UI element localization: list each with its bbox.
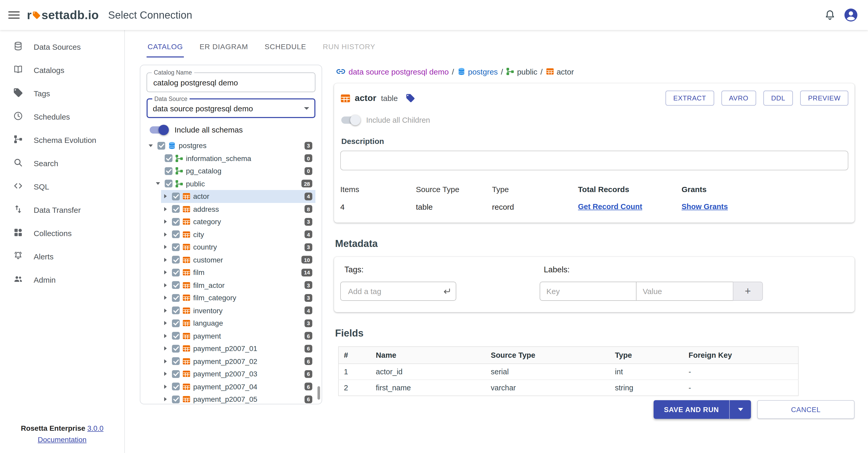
chevron-right-icon[interactable]: [161, 256, 169, 264]
tab-er-diagram[interactable]: ER DIAGRAM: [198, 38, 249, 58]
tree-checkbox[interactable]: [165, 155, 173, 162]
tree-row[interactable]: payment_p2007_04 6: [161, 380, 315, 393]
tree-row[interactable]: payment_p2007_01 6: [161, 342, 315, 355]
sidebar-item-alerts[interactable]: Alerts: [0, 245, 124, 268]
tree-row[interactable]: film 14: [161, 266, 315, 279]
tree-row[interactable]: customer 10: [161, 253, 315, 266]
chevron-right-icon[interactable]: [161, 357, 169, 365]
chevron-right-icon[interactable]: [161, 370, 169, 378]
tree-row[interactable]: language 3: [161, 317, 315, 329]
sidebar-item-data-transfer[interactable]: Data Transfer: [0, 198, 124, 222]
add-tag-input[interactable]: [347, 286, 442, 296]
tree-checkbox[interactable]: [172, 319, 180, 327]
tree-checkbox[interactable]: [172, 218, 180, 226]
avro-button[interactable]: AVRO: [721, 91, 756, 106]
tree-checkbox[interactable]: [172, 383, 180, 391]
cancel-button[interactable]: CANCEL: [757, 400, 855, 419]
tree-checkbox[interactable]: [172, 269, 180, 277]
chevron-right-icon[interactable]: [161, 268, 169, 277]
chevron-right-icon[interactable]: [161, 383, 169, 391]
sidebar-item-search[interactable]: Search: [0, 152, 124, 175]
description-input[interactable]: [340, 151, 848, 170]
tree-checkbox[interactable]: [172, 256, 180, 264]
chevron-right-icon[interactable]: [161, 345, 169, 353]
tree-row[interactable]: payment_p2007_03 6: [161, 367, 315, 380]
sidebar-item-tags[interactable]: Tags: [0, 82, 124, 105]
chevron-right-icon[interactable]: [161, 395, 169, 403]
chevron-right-icon[interactable]: [161, 192, 169, 201]
save-and-run-button[interactable]: SAVE AND RUN: [654, 400, 729, 419]
tree-checkbox[interactable]: [172, 294, 180, 302]
chevron-right-icon[interactable]: [161, 294, 169, 302]
breadcrumb-table[interactable]: actor: [546, 67, 574, 76]
sidebar-item-sql[interactable]: SQL: [0, 175, 124, 198]
tag-icon[interactable]: [405, 93, 415, 103]
tree-checkbox[interactable]: [172, 370, 180, 378]
chevron-right-icon[interactable]: [161, 230, 169, 239]
tree-row[interactable]: public 28: [154, 177, 315, 190]
tree-row[interactable]: category 3: [161, 215, 315, 228]
chevron-right-icon[interactable]: [161, 319, 169, 327]
extract-button[interactable]: EXTRACT: [665, 91, 714, 106]
tree-checkbox[interactable]: [172, 307, 180, 315]
include-all-schemas-toggle[interactable]: [150, 126, 167, 133]
tree-checkbox[interactable]: [172, 193, 180, 200]
tree-row[interactable]: pg_catalog 0: [154, 165, 315, 177]
tab-run-history[interactable]: RUN HISTORY: [322, 38, 376, 58]
tree-checkbox[interactable]: [172, 205, 180, 213]
tree-row[interactable]: payment_p2007_05 6: [161, 393, 315, 405]
tree-row[interactable]: payment_p2007_02 6: [161, 355, 315, 367]
tree-checkbox[interactable]: [172, 357, 180, 365]
chevron-right-icon[interactable]: [161, 332, 169, 340]
preview-button[interactable]: PREVIEW: [800, 91, 848, 106]
add-label-button[interactable]: +: [733, 282, 763, 301]
data-source-select[interactable]: Data Source data source postgresql demo: [147, 98, 315, 118]
tree-checkbox[interactable]: [165, 180, 173, 188]
sidebar-item-schedules[interactable]: Schedules: [0, 105, 124, 128]
sidebar-item-collections[interactable]: Collections: [0, 222, 124, 245]
include-all-children-toggle[interactable]: [341, 117, 359, 124]
app-logo[interactable]: r settadb.io: [27, 7, 99, 23]
chevron-right-icon[interactable]: [161, 281, 169, 289]
sidebar-item-admin[interactable]: Admin: [0, 268, 124, 291]
get-record-count-link[interactable]: Get Record Count: [578, 202, 682, 211]
tree-checkbox[interactable]: [157, 142, 165, 150]
tree-row[interactable]: city 4: [161, 228, 315, 241]
catalog-name-input[interactable]: [152, 77, 310, 87]
label-key-input[interactable]: [540, 282, 637, 301]
catalog-name-field[interactable]: Catalog Name: [147, 72, 315, 92]
sidebar-item-catalogs[interactable]: Catalogs: [0, 59, 124, 82]
ddl-button[interactable]: DDL: [764, 91, 793, 106]
tree-checkbox[interactable]: [172, 395, 180, 403]
save-options-dropdown-button[interactable]: [729, 400, 751, 419]
tree-row[interactable]: film_actor 3: [161, 279, 315, 291]
tree-checkbox[interactable]: [172, 231, 180, 238]
show-grants-link[interactable]: Show Grants: [682, 202, 848, 211]
chevron-right-icon[interactable]: [161, 218, 169, 226]
tab-schedule[interactable]: SCHEDULE: [264, 38, 307, 58]
version-link[interactable]: 3.0.0: [87, 424, 103, 432]
tree-row[interactable]: postgres 3: [147, 139, 315, 152]
chevron-right-icon[interactable]: [161, 243, 169, 251]
tree-scrollbar[interactable]: [317, 386, 320, 400]
tab-catalog[interactable]: CATALOG: [147, 38, 184, 58]
tree-row[interactable]: address 8: [161, 203, 315, 215]
breadcrumb-datasource[interactable]: data source postgresql demo: [348, 67, 449, 76]
chevron-down-icon[interactable]: [147, 141, 155, 150]
chevron-right-icon[interactable]: [161, 306, 169, 315]
tree-row[interactable]: inventory 4: [161, 304, 315, 317]
tree-row[interactable]: film_category 3: [161, 291, 315, 304]
tree-checkbox[interactable]: [172, 243, 180, 251]
documentation-link[interactable]: Documentation: [38, 435, 87, 444]
tree-row[interactable]: information_schema 0: [154, 152, 315, 165]
tree-checkbox[interactable]: [172, 281, 180, 289]
breadcrumb-database[interactable]: postgres: [457, 67, 498, 76]
notifications-bell-icon[interactable]: [824, 9, 836, 21]
tree-checkbox[interactable]: [165, 167, 173, 175]
chevron-right-icon[interactable]: [161, 205, 169, 213]
breadcrumb-schema[interactable]: public: [506, 67, 537, 76]
tree-checkbox[interactable]: [172, 332, 180, 340]
sidebar-item-data-sources[interactable]: Data Sources: [0, 35, 124, 59]
sidebar-item-schema-evolution[interactable]: Schema Evolution: [0, 128, 124, 152]
tree-checkbox[interactable]: [172, 345, 180, 353]
